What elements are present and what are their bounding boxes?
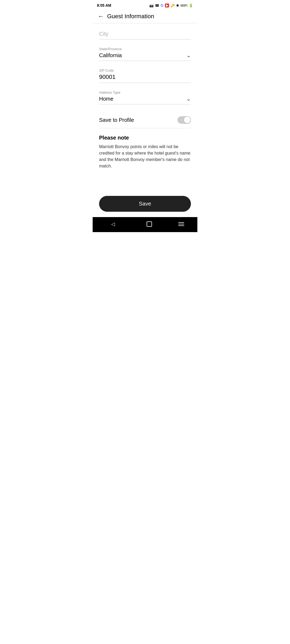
address-type-dropdown[interactable]: Home ⌄	[99, 96, 191, 104]
save-to-profile-row: Save to Profile	[99, 112, 191, 128]
bottom-navigation: ◁	[93, 217, 197, 232]
camera-icon: 📷	[149, 3, 154, 8]
nav-home-button[interactable]	[147, 221, 152, 227]
save-button[interactable]: Save	[99, 196, 191, 212]
nav-back-button[interactable]: ◁	[106, 220, 120, 228]
zip-code-label: ZIP Code	[99, 68, 191, 72]
toggle-thumb	[184, 117, 190, 123]
city-input[interactable]: City	[99, 29, 191, 39]
address-type-value: Home	[99, 96, 113, 102]
status-time: 8:05 AM	[97, 3, 111, 8]
nav-menu-button[interactable]	[178, 222, 184, 226]
video-icon: ▶	[165, 3, 169, 8]
save-to-profile-toggle[interactable]	[177, 116, 191, 124]
zip-code-value[interactable]: 90001	[99, 74, 191, 83]
state-province-label: State/Province	[99, 47, 191, 51]
key-icon: 🔑	[171, 3, 175, 8]
google-icon: G	[161, 3, 164, 8]
note-title: Please note	[99, 135, 191, 141]
battery-icon: 🔋	[189, 3, 193, 8]
address-type-field: Address Type Home ⌄	[99, 90, 191, 104]
bluetooth-icon: ✱	[176, 3, 179, 8]
status-bar: 8:05 AM 📷 ☎ G ▶ 🔑 ✱ WiFi 🔋	[93, 0, 197, 10]
chevron-down-icon: ⌄	[186, 52, 191, 58]
form-content: City State/Province California ⌄ ZIP Cod…	[93, 23, 197, 192]
state-province-dropdown[interactable]: California ⌄	[99, 52, 191, 61]
menu-line-3	[178, 225, 184, 226]
state-province-field: State/Province California ⌄	[99, 47, 191, 61]
menu-line-2	[178, 224, 184, 224]
state-province-value: California	[99, 52, 122, 58]
city-field: City	[99, 29, 191, 39]
back-button[interactable]: ←	[98, 13, 104, 20]
wifi-calling-icon: ☎	[155, 3, 159, 8]
save-to-profile-label: Save to Profile	[99, 117, 134, 123]
menu-line-1	[178, 222, 184, 223]
address-type-label: Address Type	[99, 90, 191, 94]
note-text: Marriott Bonvoy points or miles will not…	[99, 144, 191, 169]
wifi-icon: WiFi	[180, 3, 187, 8]
note-section: Please note Marriott Bonvoy points or mi…	[99, 128, 191, 175]
chevron-down-icon-2: ⌄	[186, 96, 191, 102]
status-icons: 📷 ☎ G ▶ 🔑 ✱ WiFi 🔋	[149, 3, 193, 8]
save-button-container: Save	[93, 192, 197, 217]
page-header: ← Guest Information	[93, 10, 197, 23]
page-title: Guest Information	[107, 13, 154, 20]
zip-code-field: ZIP Code 90001	[99, 68, 191, 83]
